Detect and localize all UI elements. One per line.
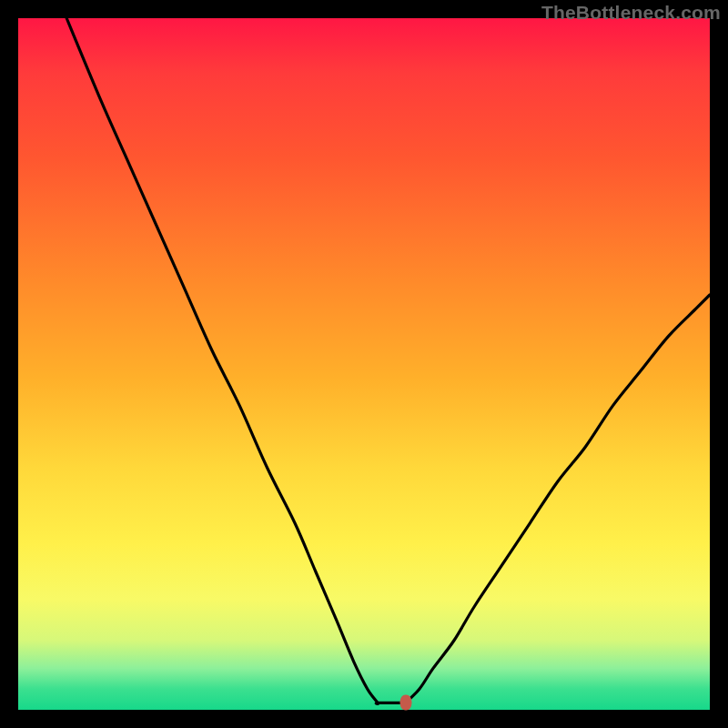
- watermark-text: TheBottleneck.com: [541, 2, 721, 24]
- optimum-marker: [399, 695, 411, 711]
- chart-frame: TheBottleneck.com: [0, 0, 728, 728]
- plot-area: [18, 18, 710, 710]
- bottleneck-curve: [18, 18, 710, 710]
- curve-path: [66, 18, 710, 704]
